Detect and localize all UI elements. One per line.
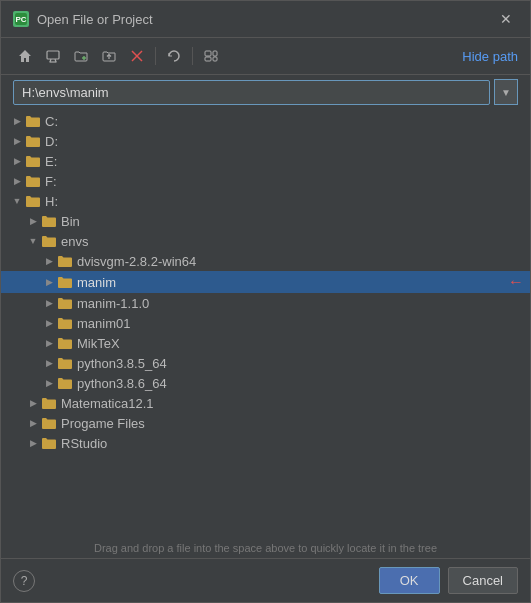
refresh-button[interactable]: [162, 44, 186, 68]
arrow-indicator: ←: [508, 273, 524, 291]
delete-button[interactable]: [125, 44, 149, 68]
file-tree[interactable]: ▶ C: ▶ D: ▶ E: ▶ F: [1, 109, 530, 538]
home-button[interactable]: [13, 44, 37, 68]
expand-python386[interactable]: ▶: [41, 375, 57, 391]
action-buttons: OK Cancel: [379, 567, 518, 594]
path-bar: ▼: [1, 75, 530, 109]
tree-label-h: H:: [45, 194, 530, 209]
folder-icon-matematica: [41, 395, 57, 411]
svg-text:PC: PC: [15, 15, 26, 24]
tree-item-envs[interactable]: ▼ envs: [1, 231, 530, 251]
folder-icon-manim01: [57, 315, 73, 331]
folder-icon-e: [25, 153, 41, 169]
expand-c[interactable]: ▶: [9, 113, 25, 129]
folder-icon-progame: [41, 415, 57, 431]
toolbar-divider2: [192, 47, 193, 65]
folder-icon-bin: [41, 213, 57, 229]
tree-item-miktex[interactable]: ▶ MikTeX: [1, 333, 530, 353]
desktop-button[interactable]: [41, 44, 65, 68]
tree-item-h[interactable]: ▼ H:: [1, 191, 530, 211]
expand-progame[interactable]: ▶: [25, 415, 41, 431]
ok-button[interactable]: OK: [379, 567, 440, 594]
expand-matematica[interactable]: ▶: [25, 395, 41, 411]
hide-path-button[interactable]: Hide path: [462, 49, 518, 64]
tree-label-progame: Progame Files: [61, 416, 530, 431]
tree-label-d: D:: [45, 134, 530, 149]
title-bar-left: PC Open File or Project: [13, 11, 153, 27]
tree-item-f[interactable]: ▶ F:: [1, 171, 530, 191]
tree-item-e[interactable]: ▶ E:: [1, 151, 530, 171]
tree-item-d[interactable]: ▶ D:: [1, 131, 530, 151]
path-dropdown-button[interactable]: ▼: [494, 79, 518, 105]
tree-label-matematica: Matematica12.1: [61, 396, 530, 411]
new-folder-button[interactable]: [69, 44, 93, 68]
folder-icon-rstudio: [41, 435, 57, 451]
folder-icon-envs: [41, 233, 57, 249]
tree-item-dvisvgm[interactable]: ▶ dvisvgm-2.8.2-win64: [1, 251, 530, 271]
svg-rect-15: [213, 57, 217, 61]
expand-manim01[interactable]: ▶: [41, 315, 57, 331]
tree-item-python385[interactable]: ▶ python3.8.5_64: [1, 353, 530, 373]
expand-bin[interactable]: ▶: [25, 213, 41, 229]
tree-item-manim110[interactable]: ▶ manim-1.1.0: [1, 293, 530, 313]
toolbar-buttons: [13, 44, 223, 68]
title-bar: PC Open File or Project ✕: [1, 1, 530, 38]
folder-icon-h: [25, 193, 41, 209]
tree-label-c: C:: [45, 114, 530, 129]
up-button[interactable]: [97, 44, 121, 68]
tree-label-envs: envs: [61, 234, 530, 249]
expand-rstudio[interactable]: ▶: [25, 435, 41, 451]
folder-icon-python385: [57, 355, 73, 371]
hint-text: Drag and drop a file into the space abov…: [1, 538, 530, 558]
expand-e[interactable]: ▶: [9, 153, 25, 169]
tree-item-bin[interactable]: ▶ Bin: [1, 211, 530, 231]
expand-f[interactable]: ▶: [9, 173, 25, 189]
tree-label-e: E:: [45, 154, 530, 169]
tree-item-matematica[interactable]: ▶ Matematica12.1: [1, 393, 530, 413]
tree-label-manim: manim: [77, 275, 508, 290]
path-input[interactable]: [13, 80, 490, 105]
button-bar: ? OK Cancel: [1, 558, 530, 602]
tree-label-python386: python3.8.6_64: [77, 376, 530, 391]
svg-rect-13: [213, 51, 217, 56]
tree-label-manim110: manim-1.1.0: [77, 296, 530, 311]
svg-rect-3: [47, 51, 59, 59]
svg-rect-12: [205, 51, 211, 56]
toolbar-divider: [155, 47, 156, 65]
help-button[interactable]: ?: [13, 570, 35, 592]
tree-label-f: F:: [45, 174, 530, 189]
tree-item-progame[interactable]: ▶ Progame Files: [1, 413, 530, 433]
folder-icon-manim: [57, 274, 73, 290]
cancel-button[interactable]: Cancel: [448, 567, 518, 594]
close-button[interactable]: ✕: [494, 9, 518, 29]
tree-item-manim01[interactable]: ▶ manim01: [1, 313, 530, 333]
toolbar: Hide path: [1, 38, 530, 75]
folder-icon-c: [25, 113, 41, 129]
expand-h[interactable]: ▼: [9, 193, 25, 209]
expand-python385[interactable]: ▶: [41, 355, 57, 371]
tree-label-manim01: manim01: [77, 316, 530, 331]
expand-dvisvgm[interactable]: ▶: [41, 253, 57, 269]
app-icon: PC: [13, 11, 29, 27]
folder-icon-d: [25, 133, 41, 149]
open-file-dialog: PC Open File or Project ✕: [0, 0, 531, 603]
expand-envs[interactable]: ▼: [25, 233, 41, 249]
tree-label-rstudio: RStudio: [61, 436, 530, 451]
tree-item-manim[interactable]: ▶ manim ←: [1, 271, 530, 293]
folder-icon-python386: [57, 375, 73, 391]
tree-item-rstudio[interactable]: ▶ RStudio: [1, 433, 530, 453]
expand-d[interactable]: ▶: [9, 133, 25, 149]
expand-manim110[interactable]: ▶: [41, 295, 57, 311]
dialog-title: Open File or Project: [37, 12, 153, 27]
svg-marker-2: [19, 50, 31, 62]
view-toggle-button[interactable]: [199, 44, 223, 68]
expand-miktex[interactable]: ▶: [41, 335, 57, 351]
tree-label-miktex: MikTeX: [77, 336, 530, 351]
expand-manim[interactable]: ▶: [41, 274, 57, 290]
svg-rect-14: [205, 57, 211, 61]
tree-label-bin: Bin: [61, 214, 530, 229]
folder-icon-dvisvgm: [57, 253, 73, 269]
tree-item-python386[interactable]: ▶ python3.8.6_64: [1, 373, 530, 393]
tree-label-dvisvgm: dvisvgm-2.8.2-win64: [77, 254, 530, 269]
tree-item-c[interactable]: ▶ C:: [1, 111, 530, 131]
